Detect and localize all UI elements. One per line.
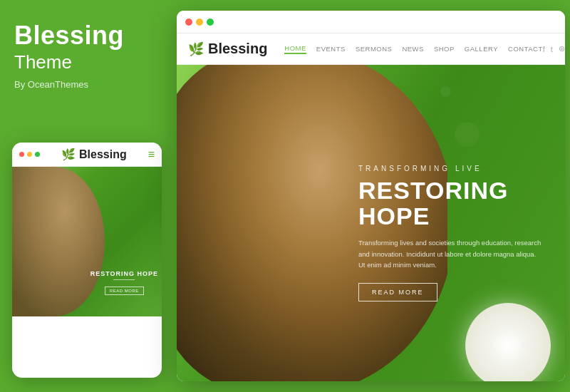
twitter-icon[interactable]: t (551, 45, 553, 53)
mobile-hero-text: RESTORING HOPE READ MORE (90, 270, 158, 295)
mobile-mockup: 🌿 Blessing ≡ RESTORING HOPE READ MORE (12, 143, 162, 378)
mobile-header: 🌿 Blessing ≡ (12, 143, 162, 167)
desktop-hero: TRANSFORMING LIVE RESTORING HOPE Transfo… (177, 65, 565, 381)
desktop-nav-menu: HOME EVENTS SERMONS NEWS SHOP GALLERY CO… (284, 44, 542, 54)
hero-main-title: RESTORING HOPE (358, 178, 544, 229)
desktop-dot-green (207, 19, 214, 26)
theme-title: Blessing (14, 21, 160, 50)
desktop-dot-yellow (196, 19, 203, 26)
desktop-navbar: 🌿 Blessing HOME EVENTS SERMONS NEWS SHOP… (177, 33, 565, 65)
mobile-dot-yellow (27, 152, 32, 157)
nav-sermons[interactable]: SERMONS (356, 45, 393, 53)
theme-subtitle: Theme (14, 51, 160, 73)
desktop-logo-text: Blessing (208, 41, 267, 57)
mobile-dot-green (35, 152, 40, 157)
nav-home[interactable]: HOME (284, 44, 306, 54)
mobile-dot-red (19, 152, 24, 157)
mobile-divider (113, 279, 135, 280)
nav-shop[interactable]: SHOP (434, 45, 455, 53)
hero-description: Transforming lives and societies through… (358, 237, 544, 270)
nav-contact[interactable]: CONTACT (508, 45, 543, 53)
mobile-bottom (12, 316, 162, 359)
mobile-menu-icon[interactable]: ≡ (148, 148, 155, 161)
facebook-icon[interactable]: f (543, 45, 545, 53)
desktop-window-bar (177, 11, 565, 33)
mobile-hero-image: RESTORING HOPE READ MORE (12, 167, 162, 316)
desktop-mockup: 🌿 Blessing HOME EVENTS SERMONS NEWS SHOP… (177, 11, 565, 381)
hero-cta-button[interactable]: READ MORE (358, 283, 437, 301)
mobile-leaf-icon: 🌿 (61, 148, 76, 161)
social-links: f t ⊛ g+ ✉ (543, 44, 565, 53)
desktop-dot-red (185, 19, 192, 26)
nav-news[interactable]: NEWS (402, 45, 424, 53)
hero-supertitle: TRANSFORMING LIVE (358, 165, 544, 172)
desktop-leaf-icon: 🌿 (188, 41, 204, 57)
mobile-read-more-button[interactable]: READ MORE (105, 287, 144, 295)
nav-events[interactable]: EVENTS (316, 45, 346, 53)
nav-gallery[interactable]: GALLERY (465, 45, 498, 53)
mobile-hero-title: RESTORING HOPE (90, 270, 158, 277)
mobile-window-controls (19, 152, 40, 157)
dandelion-circle (465, 303, 551, 381)
rss-icon[interactable]: ⊛ (559, 44, 565, 53)
desktop-window-controls (185, 19, 214, 26)
hero-text-overlay: TRANSFORMING LIVE RESTORING HOPE Transfo… (358, 165, 544, 301)
mobile-logo: 🌿 Blessing (61, 148, 127, 161)
mobile-logo-text: Blessing (79, 148, 127, 161)
theme-author: By OceanThemes (14, 79, 160, 90)
bokeh-3 (455, 122, 480, 147)
desktop-logo: 🌿 Blessing (188, 41, 267, 57)
